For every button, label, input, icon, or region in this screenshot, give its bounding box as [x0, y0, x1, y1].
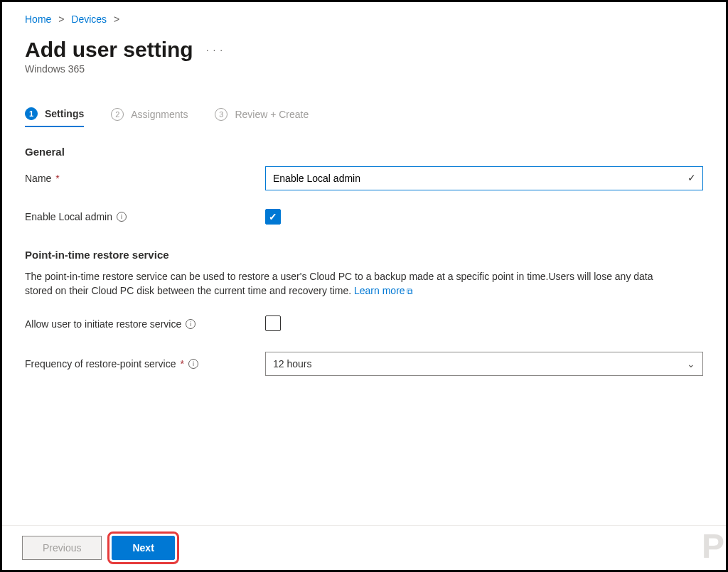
tab-assignments[interactable]: 2 Assignments [111, 107, 188, 127]
name-input[interactable] [265, 166, 703, 190]
required-icon: * [55, 173, 59, 184]
restore-description-text: The point-in-time restore service can be… [25, 271, 653, 296]
more-actions-icon[interactable]: · · · [206, 44, 223, 55]
wizard-footer: Previous Next [2, 525, 726, 570]
learn-more-link[interactable]: Learn more⧉ [354, 285, 413, 296]
tab-label: Assignments [131, 109, 188, 120]
breadcrumb-home-link[interactable]: Home [25, 14, 51, 25]
required-icon: * [180, 358, 183, 369]
enable-local-admin-label: Enable Local admin [25, 211, 112, 222]
info-icon[interactable]: i [117, 212, 127, 222]
frequency-label: Frequency of restore-point service [25, 358, 176, 369]
page-subtitle: Windows 365 [25, 63, 703, 75]
name-label: Name [25, 173, 51, 184]
tab-review-create[interactable]: 3 Review + Create [215, 107, 309, 127]
enable-local-admin-checkbox[interactable] [265, 209, 281, 225]
page-title: Add user setting [25, 38, 193, 62]
chevron-right-icon: > [58, 14, 64, 25]
general-heading: General [25, 146, 703, 158]
breadcrumb-devices-link[interactable]: Devices [71, 14, 107, 25]
external-link-icon: ⧉ [407, 286, 413, 296]
info-icon[interactable]: i [186, 319, 196, 329]
breadcrumb: Home > Devices > [25, 14, 703, 25]
frequency-value: 12 hours [273, 358, 311, 369]
previous-button[interactable]: Previous [22, 536, 102, 560]
info-icon[interactable]: i [188, 359, 198, 369]
allow-restore-checkbox[interactable] [265, 315, 281, 331]
step-number-icon: 3 [215, 108, 228, 121]
frequency-select[interactable]: 12 hours ⌄ [265, 352, 703, 376]
step-number-icon: 1 [25, 107, 38, 120]
chevron-right-icon: > [114, 14, 119, 25]
tab-settings[interactable]: 1 Settings [25, 107, 84, 127]
next-button[interactable]: Next [112, 536, 174, 560]
tab-label: Settings [45, 108, 84, 119]
chevron-down-icon: ⌄ [687, 358, 695, 369]
restore-heading: Point-in-time restore service [25, 249, 703, 261]
watermark-icon: P [702, 527, 724, 566]
allow-restore-label: Allow user to initiate restore service [25, 318, 181, 330]
wizard-tabs: 1 Settings 2 Assignments 3 Review + Crea… [25, 107, 703, 127]
tab-label: Review + Create [235, 109, 309, 120]
validation-check-icon: ✓ [687, 172, 696, 183]
step-number-icon: 2 [111, 108, 124, 121]
restore-description: The point-in-time restore service can be… [25, 269, 665, 298]
